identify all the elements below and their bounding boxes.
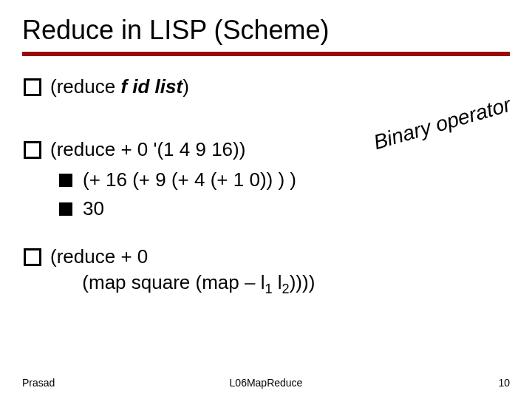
slide-title: Reduce in LISP (Scheme) [22, 15, 510, 46]
bullet-item-3: (reduce + 0 (map square (map – l1 l2)))) [22, 244, 510, 299]
bullet-item-2: (reduce + 0 '(1 4 9 16)) (+ 16 (+ 9 (+ 4… [22, 137, 510, 222]
footer: Prasad L06MapReduce 10 [22, 377, 510, 389]
item3-line2-post: )))) [290, 271, 316, 293]
item3-sub1: 1 [265, 282, 272, 297]
footer-center: L06MapReduce [22, 377, 510, 389]
subitem1-text: (+ 16 (+ 9 (+ 4 (+ 1 0)) ) ) [83, 168, 296, 191]
bullet-list: (reduce f id list) (reduce + 0 '(1 4 9 1… [22, 74, 510, 299]
item3-line2-mid: l [273, 271, 282, 293]
title-rule [22, 52, 510, 56]
item1-ital: f id list [120, 75, 183, 98]
bullet-item-1: (reduce f id list) [22, 74, 510, 100]
content-area: (reduce f id list) (reduce + 0 '(1 4 9 1… [22, 74, 510, 299]
item2-text: (reduce + 0 '(1 4 9 16)) [50, 138, 245, 160]
item3-sub2: 2 [282, 282, 290, 297]
item3-line1: (reduce + 0 [50, 245, 148, 267]
subitem-1: (+ 16 (+ 9 (+ 4 (+ 1 0)) ) ) [50, 167, 510, 193]
slide: Reduce in LISP (Scheme) (reduce f id lis… [0, 0, 532, 399]
sublist: (+ 16 (+ 9 (+ 4 (+ 1 0)) ) ) 30 [50, 167, 510, 222]
subitem2-text: 30 [83, 197, 104, 219]
subitem-2: 30 [50, 196, 510, 222]
item1-post: ) [183, 75, 189, 98]
item1-pre: (reduce [50, 75, 120, 98]
item3-line2-pre: (map square (map – l [50, 271, 265, 293]
